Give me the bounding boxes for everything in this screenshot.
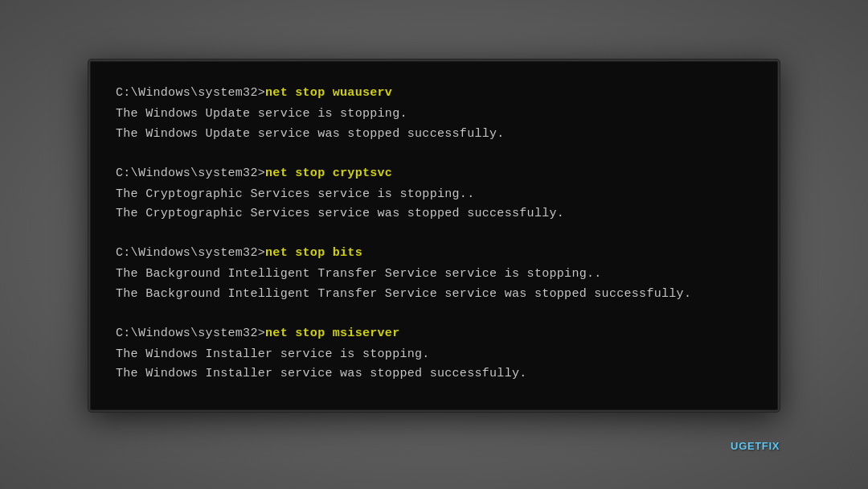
output-line: The Windows Update service was stopped s… xyxy=(116,125,752,145)
output-line: The Windows Update service is stopping. xyxy=(116,105,752,125)
terminal-wrapper: C:\Windows\system32>net stop wuauserv Th… xyxy=(88,60,780,429)
output-line: The Windows Installer service is stoppin… xyxy=(116,345,752,365)
output-line: The Cryptographic Services service was s… xyxy=(116,204,752,224)
cmd-block-1: C:\Windows\system32>net stop wuauserv Th… xyxy=(116,84,752,145)
cmd-prompt-4: C:\Windows\system32>net stop msiserver xyxy=(116,324,752,343)
cmd-output-2: The Cryptographic Services service is st… xyxy=(116,185,752,225)
output-line: The Cryptographic Services service is st… xyxy=(116,185,752,205)
watermark: UGETFIX xyxy=(731,440,780,452)
terminal-window: C:\Windows\system32>net stop wuauserv Th… xyxy=(88,60,780,412)
cmd-command-3: net stop bits xyxy=(265,246,362,260)
prompt-path-2: C:\Windows\system32> xyxy=(116,166,265,180)
cmd-prompt-2: C:\Windows\system32>net stop cryptsvc xyxy=(116,164,752,183)
cmd-prompt-3: C:\Windows\system32>net stop bits xyxy=(116,244,752,263)
cmd-block-3: C:\Windows\system32>net stop bits The Ba… xyxy=(116,244,752,305)
watermark-highlight: GET xyxy=(739,440,762,452)
cmd-block-4: C:\Windows\system32>net stop msiserver T… xyxy=(116,324,752,385)
cmd-output-4: The Windows Installer service is stoppin… xyxy=(116,345,752,385)
cmd-output-3: The Background Intelligent Transfer Serv… xyxy=(116,265,752,305)
prompt-path-1: C:\Windows\system32> xyxy=(116,86,265,100)
prompt-path-4: C:\Windows\system32> xyxy=(116,327,265,340)
output-line: The Windows Installer service was stoppe… xyxy=(116,364,752,384)
output-line: The Background Intelligent Transfer Serv… xyxy=(116,285,752,305)
output-line: The Background Intelligent Transfer Serv… xyxy=(116,265,752,285)
cmd-command-4: net stop msiserver xyxy=(265,327,399,340)
cmd-command-2: net stop cryptsvc xyxy=(265,166,392,180)
watermark-prefix: U xyxy=(731,440,739,452)
cmd-prompt-1: C:\Windows\system32>net stop wuauserv xyxy=(116,84,752,103)
prompt-path-3: C:\Windows\system32> xyxy=(116,246,265,260)
cmd-block-2: C:\Windows\system32>net stop cryptsvc Th… xyxy=(116,164,752,225)
cmd-command-1: net stop wuauserv xyxy=(265,86,392,100)
watermark-suffix: FIX xyxy=(762,440,780,452)
cmd-output-1: The Windows Update service is stopping. … xyxy=(116,105,752,145)
